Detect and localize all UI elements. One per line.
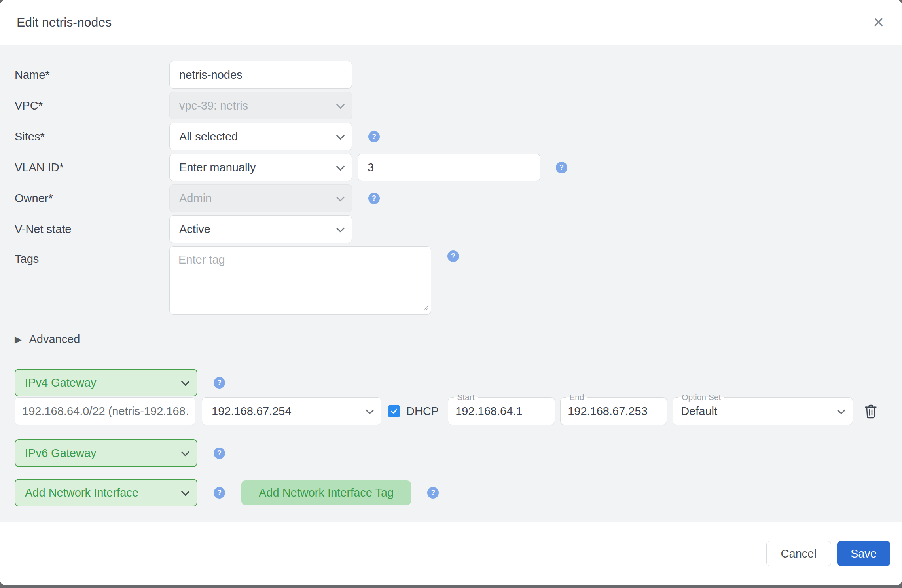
owner-row: Owner* Admin ? bbox=[15, 184, 887, 212]
dhcp-checkbox[interactable] bbox=[388, 405, 400, 417]
cancel-button[interactable]: Cancel bbox=[766, 541, 831, 566]
add-interface-help-icon[interactable]: ? bbox=[214, 487, 225, 499]
ipv6-gateway-help-icon[interactable]: ? bbox=[214, 448, 225, 459]
sites-label: Sites* bbox=[15, 130, 169, 143]
dhcp-label: DHCP bbox=[406, 405, 439, 418]
divider bbox=[15, 358, 887, 358]
add-interface-select-value: Add Network Interface bbox=[15, 486, 174, 499]
sites-select-value: All selected bbox=[170, 130, 329, 143]
chevron-down-icon bbox=[329, 97, 352, 115]
chevron-down-icon bbox=[358, 402, 381, 420]
gateway-ip-select[interactable]: 192.168.67.254 bbox=[202, 397, 381, 425]
vnet-state-label: V-Net state bbox=[15, 223, 169, 236]
advanced-label: Advanced bbox=[29, 333, 80, 346]
vnet-state-value: Active bbox=[170, 223, 329, 236]
vpc-label: VPC* bbox=[15, 99, 169, 112]
sites-help-icon[interactable]: ? bbox=[368, 131, 380, 142]
vpc-row: VPC* vpc-39: netris bbox=[15, 92, 887, 119]
add-interface-select[interactable]: Add Network Interface bbox=[15, 479, 197, 506]
edit-vnet-dialog: Edit netris-nodes ✕ Name* VPC* vpc-39: n… bbox=[0, 0, 902, 585]
vlan-row: VLAN ID* Enter manually ? bbox=[15, 154, 887, 181]
dhcp-end-input[interactable] bbox=[561, 405, 667, 418]
ipv6-gateway-select-value: IPv6 Gateway bbox=[15, 447, 174, 460]
dialog-header: Edit netris-nodes ✕ bbox=[0, 0, 902, 45]
divider bbox=[15, 475, 887, 475]
chevron-down-icon bbox=[329, 158, 352, 176]
add-interface-tag-button[interactable]: Add Network Interface Tag bbox=[241, 480, 411, 505]
dhcp-end-field: End bbox=[560, 397, 667, 425]
dhcp-start-input[interactable] bbox=[448, 405, 555, 418]
ipv6-gateway-select[interactable]: IPv6 Gateway bbox=[15, 439, 197, 467]
add-interface-row: Add Network Interface ? Add Network Inte… bbox=[15, 479, 887, 506]
sites-select[interactable]: All selected bbox=[169, 123, 352, 150]
chevron-down-icon bbox=[174, 484, 197, 502]
resize-handle-icon[interactable] bbox=[422, 304, 428, 312]
sites-row: Sites* All selected ? bbox=[15, 123, 887, 150]
vlan-help-icon[interactable]: ? bbox=[556, 162, 567, 173]
vnet-state-row: V-Net state Active bbox=[15, 215, 887, 243]
tags-label: Tags bbox=[15, 246, 169, 266]
ipv4-gateway-select-value: IPv4 Gateway bbox=[15, 376, 174, 389]
dialog-footer: Cancel Save bbox=[0, 522, 902, 585]
dhcp-end-label: End bbox=[566, 393, 587, 402]
save-button[interactable]: Save bbox=[837, 541, 890, 566]
name-label: Name* bbox=[15, 68, 169, 82]
owner-select: Admin bbox=[169, 184, 352, 212]
ipv4-gateway-row: IPv4 Gateway ? bbox=[15, 369, 887, 396]
dialog-title: Edit netris-nodes bbox=[17, 15, 112, 30]
vlan-label: VLAN ID* bbox=[15, 161, 169, 174]
subnet-input[interactable] bbox=[15, 397, 195, 425]
add-interface-tag-help-icon[interactable]: ? bbox=[427, 487, 439, 499]
owner-help-icon[interactable]: ? bbox=[368, 193, 380, 204]
close-icon[interactable]: ✕ bbox=[873, 15, 885, 30]
delete-gateway-button[interactable] bbox=[864, 403, 878, 419]
chevron-down-icon bbox=[329, 127, 352, 146]
advanced-toggle[interactable]: ▶ Advanced bbox=[15, 333, 887, 346]
chevron-down-icon bbox=[329, 220, 352, 238]
chevron-down-icon bbox=[830, 402, 853, 420]
chevron-down-icon bbox=[174, 444, 197, 462]
vlan-mode-select[interactable]: Enter manually bbox=[169, 154, 352, 181]
vlan-mode-value: Enter manually bbox=[170, 161, 329, 174]
option-set-value: Default bbox=[673, 405, 830, 418]
trash-icon bbox=[864, 403, 878, 419]
dialog-body: Name* VPC* vpc-39: netris Sites* All sel… bbox=[0, 45, 902, 522]
option-set-select[interactable]: Option Set Default bbox=[673, 397, 853, 425]
tags-input[interactable] bbox=[169, 246, 431, 315]
name-input[interactable] bbox=[169, 61, 352, 89]
chevron-down-icon bbox=[174, 374, 197, 392]
name-row: Name* bbox=[15, 61, 887, 89]
ipv4-subnet-row: 192.168.67.254 DHCP Start End Option Set… bbox=[15, 397, 887, 425]
vlan-id-input[interactable] bbox=[358, 154, 540, 181]
dhcp-start-field: Start bbox=[448, 397, 555, 425]
gateway-ip-value: 192.168.67.254 bbox=[202, 405, 358, 418]
vpc-select-value: vpc-39: netris bbox=[170, 99, 329, 112]
ipv4-gateway-select[interactable]: IPv4 Gateway bbox=[15, 369, 197, 396]
owner-label: Owner* bbox=[15, 192, 169, 205]
chevron-down-icon bbox=[329, 189, 352, 207]
vnet-state-select[interactable]: Active bbox=[169, 215, 352, 243]
vpc-select: vpc-39: netris bbox=[169, 92, 352, 119]
check-icon bbox=[390, 407, 398, 415]
tags-row: Tags ? bbox=[15, 246, 887, 316]
ipv4-gateway-help-icon[interactable]: ? bbox=[214, 377, 225, 389]
ipv6-gateway-row: IPv6 Gateway ? bbox=[15, 439, 887, 467]
tags-help-icon[interactable]: ? bbox=[447, 250, 459, 262]
option-set-label: Option Set bbox=[678, 393, 724, 402]
caret-right-icon: ▶ bbox=[15, 335, 22, 344]
owner-select-value: Admin bbox=[170, 192, 329, 205]
divider bbox=[15, 430, 887, 430]
dhcp-start-label: Start bbox=[454, 393, 478, 402]
